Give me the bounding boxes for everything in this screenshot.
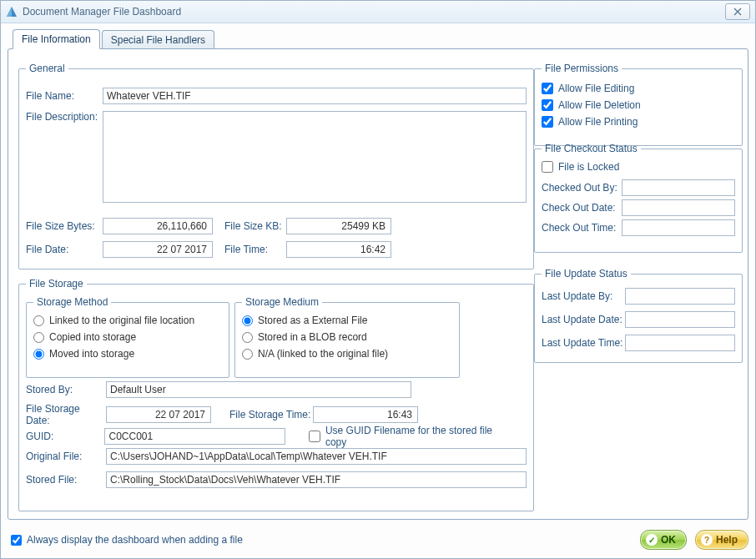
legend-storage-method: Storage Method: [33, 296, 111, 308]
input-stored-file[interactable]: [106, 471, 527, 488]
check-allow-editing[interactable]: Allow File Editing: [542, 83, 735, 94]
label-checkout-date: Check Out Date:: [542, 202, 622, 214]
input-file-name[interactable]: [103, 88, 527, 104]
svg-marker-1: [7, 7, 12, 17]
label-checkout-time: Check Out Time:: [542, 222, 622, 234]
legend-storage-medium: Storage Medium: [242, 296, 322, 308]
checkbox-always-display[interactable]: [11, 535, 22, 546]
check-allow-deletion[interactable]: Allow File Deletion: [542, 99, 735, 111]
label-last-update-time: Last Update Time:: [542, 337, 625, 349]
close-button[interactable]: [725, 3, 750, 20]
label-file-time: File Time:: [224, 244, 286, 255]
help-button[interactable]: ? Help: [695, 530, 748, 550]
radio-method-moved[interactable]: Moved into storage: [33, 348, 222, 360]
tab-file-information[interactable]: File Information: [13, 29, 100, 49]
value-checkout-time: [622, 219, 735, 236]
check-allow-printing[interactable]: Allow File Printing: [542, 116, 735, 128]
checkbox-file-locked[interactable]: [542, 161, 553, 173]
tab-special-file-handlers[interactable]: Special File Handlers: [102, 30, 214, 49]
label-storage-date: File Storage Date:: [26, 403, 106, 426]
radio-medium-na[interactable]: N/A (linked to the original file): [242, 348, 452, 360]
checkbox-allow-printing[interactable]: [542, 116, 553, 128]
legend-update: File Update Status: [542, 268, 631, 280]
label-stored-by: Stored By:: [26, 384, 106, 395]
client-area: File Information Special File Handlers G…: [1, 23, 755, 558]
value-storage-time: 16:43: [313, 406, 418, 423]
window-title: Document Manager File Dashboard: [23, 6, 725, 18]
legend-permissions: File Permissions: [542, 63, 622, 74]
label-file-size-kb: File Size KB:: [224, 220, 286, 232]
label-file-description: File Description:: [26, 111, 103, 203]
label-last-update-date: Last Update Date:: [542, 314, 625, 325]
check-use-guid-filename[interactable]: Use GUID Filename for the stored file co…: [309, 425, 513, 448]
value-checkout-date: [622, 199, 735, 216]
value-checked-out-by: [622, 179, 735, 196]
radio-method-copied[interactable]: Copied into storage: [33, 331, 222, 343]
input-file-description[interactable]: [103, 111, 527, 203]
value-file-date: 22 07 2017: [103, 241, 213, 258]
value-last-update-time: [625, 335, 735, 351]
radio-method-linked[interactable]: Linked to the original file location: [33, 315, 222, 326]
group-storage-method: Storage Method Linked to the original fi…: [26, 296, 229, 378]
label-file-date: File Date:: [26, 244, 103, 255]
legend-storage: File Storage: [26, 278, 87, 290]
check-icon: ✓: [646, 534, 658, 546]
input-stored-by[interactable]: [106, 381, 411, 398]
value-last-update-date: [625, 311, 735, 328]
label-checked-out-by: Checked Out By:: [542, 182, 622, 194]
ok-button[interactable]: ✓ OK: [640, 530, 687, 550]
group-general: General File Name: File Description: Fil…: [18, 63, 534, 269]
value-file-time: 16:42: [286, 241, 391, 258]
tabs-row: File Information Special File Handlers: [8, 27, 748, 48]
titlebar: Document Manager File Dashboard: [1, 1, 755, 23]
legend-checkout: File Checkout Status: [542, 143, 641, 154]
checkbox-use-guid-filename[interactable]: [309, 431, 320, 442]
input-original-file[interactable]: [106, 448, 527, 465]
input-guid[interactable]: [104, 428, 285, 445]
checkbox-allow-editing[interactable]: [542, 83, 553, 94]
check-file-locked[interactable]: File is Locked: [542, 161, 735, 173]
label-stored-file: Stored File:: [26, 474, 106, 486]
check-always-display[interactable]: Always display the dashboard when adding…: [11, 534, 243, 546]
footer: Always display the dashboard when adding…: [8, 526, 748, 553]
window: Document Manager File Dashboard File Inf…: [0, 0, 756, 559]
group-update: File Update Status Last Update By: Last …: [534, 268, 743, 363]
group-storage-medium: Storage Medium Stored as a External File…: [234, 296, 460, 378]
question-icon: ?: [701, 534, 713, 546]
value-last-update-by: [625, 288, 735, 305]
radio-medium-blob[interactable]: Stored in a BLOB record: [242, 331, 452, 343]
checkbox-allow-deletion[interactable]: [542, 99, 553, 111]
label-last-update-by: Last Update By:: [542, 290, 625, 302]
label-storage-time: File Storage Time:: [229, 409, 313, 421]
app-icon: [6, 6, 18, 18]
tab-panel: General File Name: File Description: Fil…: [8, 48, 748, 520]
label-guid: GUID:: [26, 431, 104, 442]
value-storage-date: 22 07 2017: [106, 406, 211, 423]
value-file-size-bytes: 26,110,660: [103, 218, 213, 234]
group-storage: File Storage Storage Method Linked to th…: [18, 278, 534, 511]
label-original-file: Original File:: [26, 451, 106, 462]
label-file-name: File Name:: [26, 90, 103, 102]
label-file-size-bytes: File Size Bytes:: [26, 220, 103, 232]
legend-general: General: [26, 63, 68, 74]
group-permissions: File Permissions Allow File Editing Allo…: [534, 63, 743, 146]
radio-medium-external[interactable]: Stored as a External File: [242, 315, 452, 326]
group-checkout: File Checkout Status File is Locked Chec…: [534, 143, 743, 253]
value-file-size-kb: 25499 KB: [286, 218, 391, 234]
